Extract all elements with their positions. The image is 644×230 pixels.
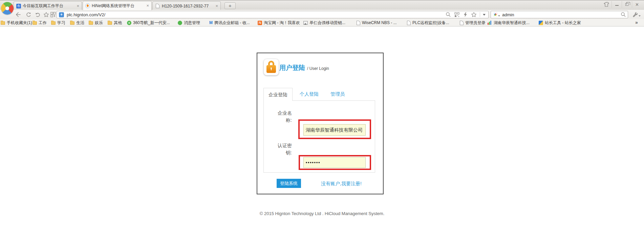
- minimize-icon: [615, 5, 619, 6]
- bookmark-label: 湖南华辰智通科技...: [494, 20, 530, 26]
- bookmark-item[interactable]: +360导航_新一代安...: [127, 20, 170, 25]
- lock-keyhole: [271, 68, 272, 69]
- search-submit-button[interactable]: [620, 12, 626, 18]
- tab-jinmubiao[interactable]: 今 今目标互联网工作平台 ×: [14, 1, 82, 10]
- new-tab-button[interactable]: +: [224, 2, 236, 9]
- bookmark-item[interactable]: WiseCRM NBS - ...: [356, 20, 397, 25]
- address-bar[interactable]: + plc.hignton.com/V2/: [57, 11, 489, 18]
- bookmark-label: 站长工具 - 站长之家: [545, 20, 581, 26]
- bookmark-label: 生活: [76, 20, 84, 26]
- folder-icon: [33, 21, 37, 25]
- site-favicon: +: [59, 12, 64, 17]
- tab-enterprise-login[interactable]: 企业登陆: [263, 88, 293, 101]
- bookmark-label: 娱乐: [95, 20, 103, 26]
- register-link[interactable]: 没有账户,我要注册!: [321, 181, 362, 187]
- url-text[interactable]: plc.hignton.com/V2/: [67, 12, 105, 17]
- wrench-icon: [632, 12, 638, 18]
- browser-window: 今 今目标互联网工作平台 × HiNet网络系统管理平台 × H120-1509…: [0, 0, 644, 230]
- close-tab-icon[interactable]: ×: [215, 4, 218, 8]
- speed-mode-button[interactable]: [462, 12, 468, 18]
- tab-admin-login[interactable]: 管理员: [330, 91, 345, 97]
- star-icon: [43, 12, 49, 17]
- bookmark-label: 腾讯企业邮箱 - 收...: [214, 20, 250, 26]
- folder-icon: [89, 21, 93, 25]
- bookmark-label: 管理员登录: [465, 20, 486, 26]
- page-zoom-button[interactable]: [445, 12, 451, 18]
- page-icon: [460, 21, 464, 25]
- bookmark-label: 消息管理: [184, 20, 200, 26]
- enterprise-name-input[interactable]: 湖南华辰智通科技有限公司: [303, 124, 366, 136]
- page-subtitle: / User Login: [307, 66, 329, 71]
- bookmarks-overflow-button[interactable]: »: [635, 20, 638, 25]
- bookmark-item[interactable]: 工作: [33, 20, 47, 25]
- tab-h120[interactable]: H120-1509-1617-2932-77 ×: [152, 1, 221, 10]
- barchart-icon: [488, 21, 492, 25]
- tshirt-icon: [604, 2, 609, 7]
- bookmark-item[interactable]: M腾讯企业邮箱 - 收...: [209, 20, 250, 25]
- reopen-closed-button[interactable]: [34, 12, 41, 18]
- login-card: 用户登陆 / User Login 企业登陆 个人登陆 管理员 企业名称: 湖南…: [257, 53, 384, 194]
- bookmark-item[interactable]: 手机收藏夹(1): [1, 20, 32, 25]
- bookmark-item[interactable]: 生活: [70, 20, 84, 25]
- login-button[interactable]: 登陆系统: [277, 179, 301, 188]
- bookmark-page-button[interactable]: [471, 12, 477, 18]
- bookmark-item[interactable]: 消息管理: [178, 20, 200, 25]
- tab-title: H120-1509-1617-2932-77: [162, 4, 214, 8]
- lock-icon: [264, 59, 279, 75]
- search-engine-caret-icon: [498, 15, 500, 17]
- bookmark-label: 工作: [39, 20, 47, 26]
- tools-menu-button[interactable]: [630, 11, 643, 18]
- minimize-button[interactable]: [611, 1, 622, 8]
- tab-title: HiNet网络系统管理平台: [92, 3, 145, 9]
- magnifier-icon: [446, 12, 451, 17]
- page-content: 用户登陆 / User Login 企业登陆 个人登陆 管理员 企业名称: 湖南…: [0, 26, 644, 230]
- search-engine-icon[interactable]: [493, 12, 498, 17]
- tab-personal-login[interactable]: 个人登陆: [300, 91, 319, 97]
- star-icon: [471, 12, 477, 17]
- bookmark-item[interactable]: 其他: [108, 20, 122, 25]
- grid-plus-icon: [50, 12, 56, 17]
- apps-grid-button[interactable]: [50, 12, 57, 18]
- url-dropdown-button[interactable]: [480, 14, 488, 16]
- bookmark-item[interactable]: PLC远程监控|设备...: [406, 20, 449, 25]
- qr-code-icon: [454, 12, 459, 17]
- bookmark-label: PLC远程监控|设备...: [412, 20, 449, 26]
- back-button[interactable]: [15, 12, 22, 18]
- refresh-button[interactable]: [25, 12, 32, 18]
- close-tab-icon[interactable]: ×: [77, 4, 79, 8]
- window-controls: ✕: [601, 1, 642, 8]
- tab-hinet-active[interactable]: HiNet网络系统管理平台 ×: [83, 1, 152, 10]
- bookmarks-bar: 手机收藏夹(1) 工作 学习 生活 娱乐 其他 +360导航_新一代安... 消…: [0, 19, 644, 26]
- bookmark-item[interactable]: 单仁合强移动营销...: [303, 20, 345, 25]
- back-arrow-icon: [15, 12, 21, 17]
- tab-strip: 今 今目标互联网工作平台 × HiNet网络系统管理平台 × H120-1509…: [0, 0, 644, 10]
- login-header: 用户登陆 / User Login: [279, 63, 329, 72]
- chinaz-icon: [539, 21, 543, 25]
- page-title: 用户登陆: [279, 63, 305, 72]
- bookmark-item[interactable]: 管理员登录: [459, 20, 486, 25]
- restore-button[interactable]: [622, 1, 632, 8]
- bookmark-item[interactable]: 站长工具 - 站长之家: [539, 20, 581, 25]
- close-window-button[interactable]: ✕: [632, 1, 642, 8]
- bookmark-item[interactable]: 娱乐: [89, 20, 103, 25]
- bookmark-label: 学习: [57, 20, 65, 26]
- close-tab-icon[interactable]: ×: [146, 4, 149, 8]
- bookmark-item[interactable]: 淘淘宝网 - 淘！我喜欢: [258, 20, 300, 25]
- bookmark-label: WiseCRM NBS - ...: [362, 20, 397, 25]
- close-window-icon: ✕: [635, 2, 639, 7]
- taobao-icon: 淘: [258, 21, 262, 25]
- message-icon: [178, 21, 182, 25]
- hinet-favicon: [85, 3, 90, 8]
- search-input[interactable]: admin: [502, 12, 618, 17]
- qr-code-button[interactable]: [454, 12, 460, 18]
- folder-icon: [108, 21, 112, 25]
- bookmark-item[interactable]: 湖南华辰智通科技...: [488, 20, 530, 25]
- skin-button[interactable]: [601, 1, 611, 8]
- browser-logo-icon[interactable]: [1, 2, 14, 15]
- enterprise-name-label: 企业名称:: [274, 110, 292, 124]
- auth-key-password-input[interactable]: •••••••: [303, 157, 366, 168]
- search-box[interactable]: admin: [491, 11, 628, 18]
- jinmubiao-favicon: 今: [16, 4, 21, 8]
- bookmark-item[interactable]: 学习: [51, 20, 65, 25]
- favorites-button[interactable]: [43, 12, 49, 18]
